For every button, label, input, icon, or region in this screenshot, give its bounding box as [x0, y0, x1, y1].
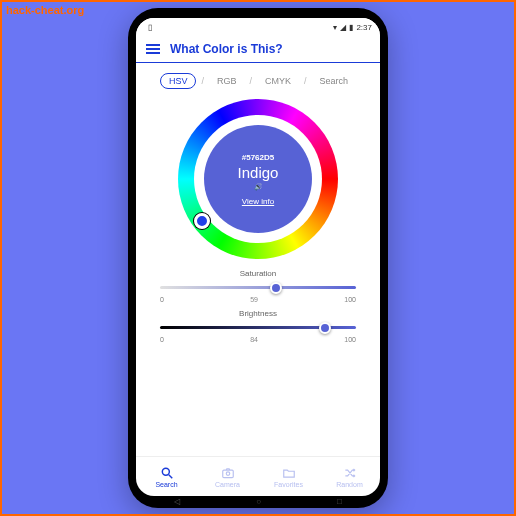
brightness-label: Brightness: [160, 309, 356, 318]
brightness-thumb[interactable]: [319, 322, 331, 334]
nav-random[interactable]: Random: [319, 457, 380, 496]
brightness-slider[interactable]: [160, 321, 356, 335]
saturation-label: Saturation: [160, 269, 356, 278]
svg-point-0: [162, 468, 169, 475]
nav-favorites-label: Favorites: [274, 481, 303, 488]
menu-icon[interactable]: [146, 44, 160, 54]
camera-icon: [221, 466, 235, 480]
mode-tabs: HSV / RGB / CMYK / Search: [136, 63, 380, 97]
brightness-value: 84: [250, 336, 258, 343]
battery-icon: ▮: [349, 23, 353, 32]
nav-search[interactable]: Search: [136, 457, 197, 496]
brightness-stops: 0 84 100: [160, 336, 356, 343]
speaker-icon[interactable]: 🔊: [254, 183, 263, 191]
hex-code: #5762D5: [242, 153, 274, 162]
color-wheel-container: #5762D5 Indigo 🔊 View info: [136, 97, 380, 265]
brightness-max: 100: [344, 336, 356, 343]
wifi-icon: ▾: [333, 23, 337, 32]
tab-cmyk[interactable]: CMYK: [257, 74, 299, 88]
tab-rgb[interactable]: RGB: [209, 74, 245, 88]
view-info-link[interactable]: View info: [242, 197, 274, 206]
app-header: What Color is This?: [136, 36, 380, 63]
back-icon[interactable]: ◁: [174, 497, 180, 506]
saturation-thumb[interactable]: [270, 282, 282, 294]
bottom-nav: Search Camera Favorites Random: [136, 456, 380, 496]
tab-search[interactable]: Search: [312, 74, 357, 88]
nav-random-label: Random: [336, 481, 362, 488]
folder-icon: [282, 466, 296, 480]
signal-icon: ◢: [340, 23, 346, 32]
saturation-max: 100: [344, 296, 356, 303]
clock-text: 2:37: [356, 23, 372, 32]
card-icon: ▯: [148, 23, 152, 32]
shuffle-icon: [343, 466, 357, 480]
search-icon: [160, 466, 174, 480]
nav-search-label: Search: [155, 481, 177, 488]
color-wheel[interactable]: #5762D5 Indigo 🔊 View info: [178, 99, 338, 259]
saturation-track: [160, 286, 356, 289]
android-status-bar: ▯ ▾ ◢ ▮ 2:37: [136, 18, 380, 36]
hue-handle[interactable]: [194, 213, 210, 229]
saturation-stops: 0 59 100: [160, 296, 356, 303]
nav-camera[interactable]: Camera: [197, 457, 258, 496]
phone-frame: ▯ ▾ ◢ ▮ 2:37 What Color is This? HSV / R…: [128, 8, 388, 508]
android-nav-bar: ◁ ○ □: [136, 496, 380, 506]
tab-separator: /: [304, 76, 307, 86]
brightness-min: 0: [160, 336, 164, 343]
saturation-min: 0: [160, 296, 164, 303]
screen: ▯ ▾ ◢ ▮ 2:37 What Color is This? HSV / R…: [136, 18, 380, 496]
sliders-panel: Saturation 0 59 100 Brightness 0 84 100: [136, 265, 380, 355]
svg-line-1: [168, 474, 172, 478]
app-title: What Color is This?: [170, 42, 283, 56]
recents-icon[interactable]: □: [337, 497, 342, 506]
tab-separator: /: [201, 76, 204, 86]
saturation-slider[interactable]: [160, 281, 356, 295]
watermark-text: hack-cheat.org: [6, 4, 84, 16]
tab-separator: /: [249, 76, 252, 86]
color-name: Indigo: [238, 164, 279, 181]
tab-hsv[interactable]: HSV: [160, 73, 197, 89]
color-preview: #5762D5 Indigo 🔊 View info: [204, 125, 312, 233]
home-icon[interactable]: ○: [256, 497, 261, 506]
nav-favorites[interactable]: Favorites: [258, 457, 319, 496]
svg-rect-2: [222, 470, 233, 478]
saturation-value: 59: [250, 296, 258, 303]
nav-camera-label: Camera: [215, 481, 240, 488]
svg-point-3: [226, 471, 230, 475]
